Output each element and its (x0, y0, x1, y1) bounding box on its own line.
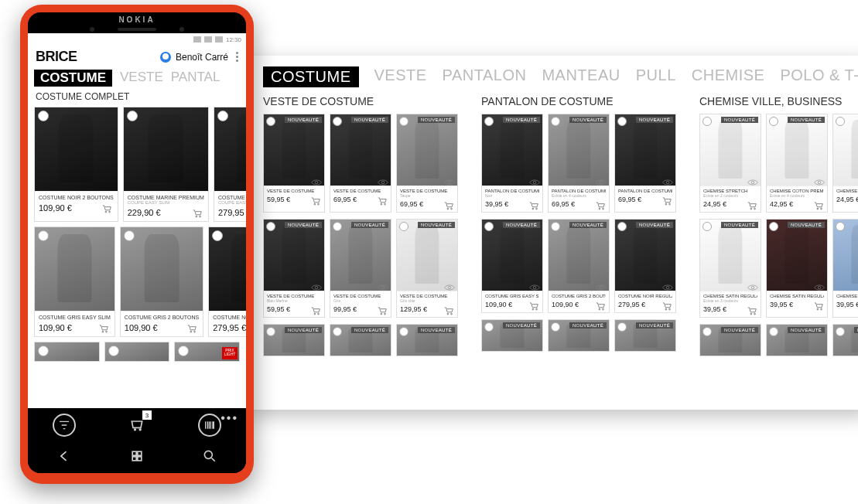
add-to-cart-icon[interactable] (661, 195, 672, 204)
tab-costume[interactable]: COSTUME (263, 66, 359, 87)
expand-icon[interactable] (212, 230, 223, 241)
add-to-cart-icon[interactable] (747, 305, 757, 314)
back-button[interactable] (56, 448, 72, 467)
product-card[interactable]: NOUVEAUTÉ (548, 319, 610, 352)
product-card[interactable]: NOUVEAUTÉ (614, 319, 676, 352)
preview-icon[interactable] (378, 281, 388, 288)
add-to-cart-icon[interactable] (186, 322, 199, 333)
add-to-cart-icon[interactable] (192, 207, 204, 218)
product-card[interactable]: NOUVEAUTÉPANTALON DE COSTUME69,95 € (614, 114, 676, 213)
product-card[interactable]: NOUVEAUTÉCHEMISE SATIN REGULARExiste en … (699, 219, 761, 318)
product-card[interactable]: NOUVEAUTÉCOSTUME GRIS 2 BOUTONS109,90 € (548, 219, 610, 313)
add-to-cart-icon[interactable] (310, 195, 321, 204)
product-card[interactable]: NOUVEAUTÉCOSTUME NOIR REGULAR279,95 € (614, 219, 676, 313)
add-to-cart-icon[interactable] (443, 305, 454, 314)
expand-icon[interactable] (836, 222, 845, 231)
preview-icon[interactable] (747, 175, 758, 183)
tab-polo-t-shirt[interactable]: POLO & T-SHIRT (780, 66, 858, 87)
expand-icon[interactable] (484, 222, 494, 231)
expand-icon[interactable] (333, 222, 342, 231)
preview-icon[interactable] (814, 281, 825, 288)
add-to-cart-icon[interactable] (595, 300, 606, 309)
product-card[interactable]: COSTUME MARINE PREMIUMCOUPE EASY SLIM229… (123, 107, 209, 222)
tab-pantal[interactable]: PANTAL (171, 70, 220, 87)
preview-icon[interactable] (444, 175, 455, 183)
expand-icon[interactable] (551, 117, 560, 126)
product-card[interactable]: NOUVEAUTÉPANTALON DE COSTUMENoir39,95 € (481, 114, 543, 213)
add-to-cart-icon[interactable] (310, 305, 321, 314)
product-card[interactable]: NOUVEAUTÉ (832, 324, 858, 356)
expand-icon[interactable] (617, 117, 627, 126)
preview-icon[interactable] (529, 175, 540, 183)
tab-chemise[interactable]: CHEMISE (692, 66, 765, 87)
product-card[interactable]: NOUVEAUTÉVESTE DE COSTUMEGris clair129,9… (396, 219, 458, 318)
more-icon[interactable] (236, 52, 238, 62)
product-card[interactable]: COSTUME GRIS 2 BOUTONS109,90 € (120, 226, 203, 337)
add-to-cart-icon[interactable] (747, 199, 757, 209)
add-to-cart-icon[interactable] (661, 300, 672, 309)
product-card[interactable]: NOUVEAUTÉCHEMISE COTON PREMIUMExiste en … (766, 114, 828, 213)
expand-icon[interactable] (702, 117, 712, 126)
tab-pantalon[interactable]: PANTALON (443, 66, 527, 87)
expand-icon[interactable] (266, 222, 275, 231)
expand-icon[interactable] (399, 222, 408, 231)
home-button[interactable] (129, 448, 145, 467)
preview-icon[interactable] (596, 175, 607, 183)
product-card[interactable]: CHEMISE39,95 € (832, 219, 858, 318)
tab-manteau[interactable]: MANTEAU (542, 66, 620, 87)
product-card[interactable]: NOUVEAUTÉVESTE DE COSTUME69,95 € (330, 114, 391, 213)
product-card[interactable] (104, 342, 170, 362)
preview-icon[interactable] (311, 175, 322, 183)
search-button[interactable] (202, 448, 217, 467)
product-card[interactable]: NOUVEAUTÉ (396, 324, 458, 356)
expand-icon[interactable] (769, 222, 778, 231)
expand-icon[interactable] (484, 117, 494, 126)
add-to-cart-icon[interactable] (813, 300, 824, 309)
brand-logo[interactable]: BRICE (36, 49, 77, 65)
product-card[interactable]: NOUVEAUTÉ (699, 324, 761, 356)
product-card[interactable]: PRIX LIGHT (174, 342, 240, 362)
product-card[interactable]: NOUVEAUTÉCHEMISE STRETCHExiste en 2 coul… (699, 114, 761, 213)
user-account[interactable]: Benoît Carré (160, 52, 238, 63)
tab-costume[interactable]: COSTUME (34, 70, 112, 87)
product-card[interactable]: NOUVEAUTÉ (330, 324, 391, 356)
add-to-cart-icon[interactable] (443, 199, 454, 209)
preview-icon[interactable] (814, 175, 825, 183)
product-card[interactable]: NOUVEAUTÉCOSTUME GRIS EASY SLIM109,90 € (481, 219, 543, 313)
expand-icon[interactable] (217, 111, 228, 121)
preview-icon[interactable] (747, 281, 758, 288)
preview-icon[interactable] (311, 281, 322, 288)
product-card[interactable]: NOUVEAUTÉ (481, 319, 543, 352)
expand-icon[interactable] (124, 230, 135, 241)
product-card[interactable]: NOUVEAUTÉPANTALON DE COSTUMEExiste en 4 … (548, 114, 610, 213)
add-to-cart-icon[interactable] (813, 199, 824, 209)
add-to-cart-icon[interactable] (377, 305, 388, 314)
add-to-cart-icon[interactable] (528, 300, 539, 309)
tab-veste[interactable]: VESTE (374, 66, 427, 87)
preview-icon[interactable] (596, 281, 607, 288)
expand-icon[interactable] (617, 222, 627, 231)
preview-icon[interactable] (378, 175, 388, 183)
filter-button[interactable] (53, 414, 76, 437)
add-to-cart-icon[interactable] (377, 195, 388, 204)
expand-icon[interactable] (127, 111, 138, 121)
preview-icon[interactable] (529, 281, 540, 288)
product-card[interactable] (34, 342, 100, 362)
tab-veste[interactable]: VESTE (120, 70, 163, 87)
product-card[interactable]: COSTUME NOIR PREMIUMCOUPE EASY SLIM279,9… (214, 107, 246, 222)
tab-pull[interactable]: PULL (636, 66, 676, 87)
add-to-cart-icon[interactable] (98, 322, 111, 333)
product-card[interactable]: NOUVEAUTÉVESTE DE COSTUMEBleu Marine59,9… (263, 219, 325, 318)
product-card[interactable]: NOUVEAUTÉVESTE DE COSTUME59,95 € (263, 114, 325, 213)
appbar-more[interactable]: ••• (220, 411, 238, 425)
product-card[interactable]: COSTUME NOIR REGULAR279,95 € (208, 226, 246, 337)
add-to-cart-icon[interactable] (595, 199, 606, 209)
expand-icon[interactable] (836, 117, 845, 126)
product-card[interactable]: NOUVEAUTÉVESTE DE COSTUMETaupe69,95 € (396, 114, 458, 213)
product-card[interactable]: COSTUME GRIS EASY SLIM109,90 € (34, 226, 115, 337)
product-card[interactable]: NOUVEAUTÉVESTE DE COSTUMEGris99,95 € (330, 219, 391, 318)
add-to-cart-icon[interactable] (101, 203, 114, 213)
expand-icon[interactable] (769, 117, 778, 126)
cart-button[interactable]: 3 (125, 414, 149, 437)
expand-icon[interactable] (399, 117, 408, 126)
